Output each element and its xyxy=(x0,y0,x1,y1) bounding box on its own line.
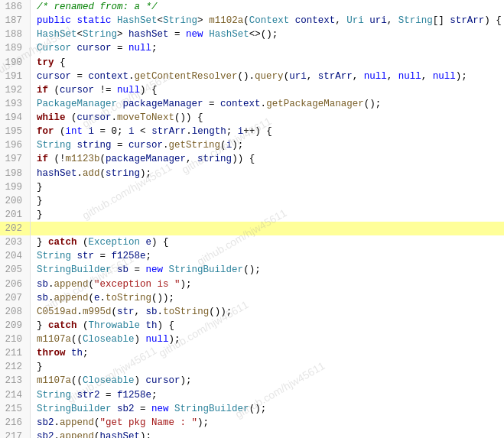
line-number: 200 xyxy=(0,194,31,208)
line-content: sb.append("exception is "); xyxy=(37,277,504,291)
code-line-208: 208 C0519ad.m995d(str, sb.toString()); xyxy=(0,305,504,319)
code-line-196: 196 String string = cursor.getString(i); xyxy=(0,138,504,152)
line-content: C0519ad.m995d(str, sb.toString()); xyxy=(37,305,504,319)
code-line-217: 217 sb2.append(hashSet); xyxy=(0,430,504,438)
line-number: 196 xyxy=(0,138,31,152)
line-content: StringBuilder sb2 = new StringBuilder(); xyxy=(37,402,504,416)
line-content: String string = cursor.getString(i); xyxy=(37,138,504,152)
line-content: sb.append(e.toString()); xyxy=(37,291,504,305)
line-content: public static HashSet<String> m1102a(Con… xyxy=(37,14,504,28)
line-content: } xyxy=(37,180,504,194)
code-line-197: 197 if (!m1123b(packageManager, string))… xyxy=(0,152,504,166)
code-line-198: 198 hashSet.add(string); xyxy=(0,167,504,180)
line-number: 216 xyxy=(0,416,31,430)
line-number: 198 xyxy=(0,167,31,180)
line-number: 201 xyxy=(0,208,31,222)
line-number: 189 xyxy=(0,41,31,55)
code-editor: github.com/hjw45611 github.com/hjw45611 … xyxy=(0,0,504,438)
line-number: 186 xyxy=(0,0,31,14)
line-number: 207 xyxy=(0,291,31,305)
code-line-193: 193 PackageManager packageManager = cont… xyxy=(0,97,504,111)
code-line-203: 203 } catch (Exception e) { xyxy=(0,235,504,249)
line-number: 188 xyxy=(0,28,31,41)
code-line-191: 191 cursor = context.getContentResolver(… xyxy=(0,70,504,83)
line-number: 206 xyxy=(0,277,31,291)
line-number: 204 xyxy=(0,249,31,263)
line-content: } xyxy=(37,194,504,208)
code-line-199: 199 } xyxy=(0,180,504,194)
line-content: } xyxy=(37,360,504,374)
line-number: 208 xyxy=(0,305,31,319)
line-content: /* renamed from: a */ xyxy=(37,0,504,14)
line-content: sb2.append("get pkg Name : "); xyxy=(37,416,504,430)
line-number: 212 xyxy=(0,360,31,374)
line-number: 194 xyxy=(0,111,31,125)
line-content: PackageManager packageManager = context.… xyxy=(37,97,504,111)
line-number: 210 xyxy=(0,333,31,346)
line-content: hashSet.add(string); xyxy=(37,167,504,180)
line-content: } catch (Exception e) { xyxy=(37,235,504,249)
line-content: if (!m1123b(packageManager, string)) { xyxy=(37,152,504,166)
code-line-186: 186 /* renamed from: a */ xyxy=(0,0,504,14)
line-content: cursor = context.getContentResolver().qu… xyxy=(37,70,504,83)
code-line-212: 212 } xyxy=(0,360,504,374)
line-content: m1107a((Closeable) cursor); xyxy=(37,374,504,388)
code-line-188: 188 HashSet<String> hashSet = new HashSe… xyxy=(0,28,504,41)
line-content: m1107a((Closeable) null); xyxy=(37,333,504,346)
line-content: sb2.append(hashSet); xyxy=(37,430,504,438)
code-line-192: 192 if (cursor != null) { xyxy=(0,83,504,97)
code-line-207: 207 sb.append(e.toString()); xyxy=(0,291,504,305)
line-content: try { xyxy=(37,56,504,70)
line-number: 211 xyxy=(0,346,31,360)
line-content: String str = f1258e; xyxy=(37,249,504,263)
code-line-204: 204 String str = f1258e; xyxy=(0,249,504,263)
code-line-201: 201 } xyxy=(0,208,504,222)
line-number: 190 xyxy=(0,56,31,70)
code-line-215: 215 StringBuilder sb2 = new StringBuilde… xyxy=(0,402,504,416)
line-number: 205 xyxy=(0,263,31,277)
line-number: 195 xyxy=(0,125,31,138)
code-line-202: 202 xyxy=(0,222,504,235)
line-content: if (cursor != null) { xyxy=(37,83,504,97)
code-line-187: 187 public static HashSet<String> m1102a… xyxy=(0,14,504,28)
code-line-206: 206 sb.append("exception is "); xyxy=(0,277,504,291)
code-line-214: 214 String str2 = f1258e; xyxy=(0,388,504,402)
line-content: StringBuilder sb = new StringBuilder(); xyxy=(37,263,504,277)
line-content xyxy=(37,222,504,235)
code-line-200: 200 } xyxy=(0,194,504,208)
line-number: 203 xyxy=(0,235,31,249)
code-line-209: 209 } catch (Throwable th) { xyxy=(0,319,504,333)
code-line-210: 210 m1107a((Closeable) null); xyxy=(0,333,504,346)
code-line-211: 211 throw th; xyxy=(0,346,504,360)
line-number: 213 xyxy=(0,374,31,388)
line-content: } catch (Throwable th) { xyxy=(37,319,504,333)
line-content: } xyxy=(37,208,504,222)
line-content: for (int i = 0; i < strArr.length; i++) … xyxy=(37,125,504,138)
line-content: throw th; xyxy=(37,346,504,360)
line-content: HashSet<String> hashSet = new HashSet<>(… xyxy=(37,28,504,41)
line-number: 192 xyxy=(0,83,31,97)
code-line-213: 213 m1107a((Closeable) cursor); xyxy=(0,374,504,388)
line-number: 214 xyxy=(0,388,31,402)
code-line-190: 190 try { xyxy=(0,56,504,70)
line-content: while (cursor.moveToNext()) { xyxy=(37,111,504,125)
code-line-205: 205 StringBuilder sb = new StringBuilder… xyxy=(0,263,504,277)
code-line-189: 189 Cursor cursor = null; xyxy=(0,41,504,55)
line-number: 193 xyxy=(0,97,31,111)
line-number: 209 xyxy=(0,319,31,333)
code-line-194: 194 while (cursor.moveToNext()) { xyxy=(0,111,504,125)
line-number: 215 xyxy=(0,402,31,416)
line-number: 187 xyxy=(0,14,31,28)
code-line-195: 195 for (int i = 0; i < strArr.length; i… xyxy=(0,125,504,138)
line-number: 202 xyxy=(0,222,31,235)
line-number: 191 xyxy=(0,70,31,83)
line-content: String str2 = f1258e; xyxy=(37,388,504,402)
line-number: 197 xyxy=(0,152,31,166)
line-number: 217 xyxy=(0,430,31,438)
line-number: 199 xyxy=(0,180,31,194)
code-line-216: 216 sb2.append("get pkg Name : "); xyxy=(0,416,504,430)
line-content: Cursor cursor = null; xyxy=(37,41,504,55)
